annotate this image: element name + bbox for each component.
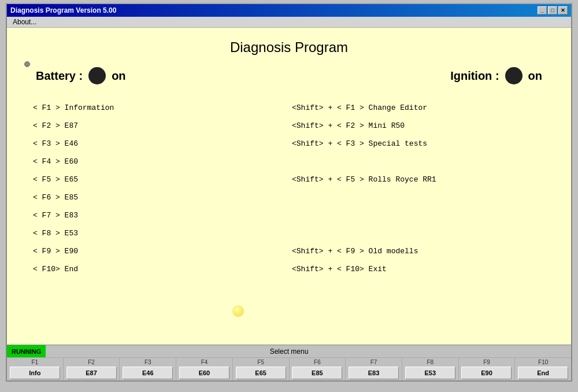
menu-key-f3: < F3 > E46 — [33, 139, 78, 148]
fkey-group-f1: F1 Info — [7, 358, 64, 380]
menu-key-f9: < F9 > E90 — [33, 247, 78, 256]
menu-key-shift-f3: <Shift> + < F3 > Special tests — [292, 139, 427, 148]
battery-indicator — [88, 67, 106, 84]
fkey-label-f5: F5 — [257, 358, 264, 367]
menu-item-f5[interactable]: < F5 > E65 — [30, 171, 289, 188]
radio-indicator — [24, 61, 30, 67]
fkey-label-f6: F6 — [314, 358, 321, 367]
menu-item-shift-f2[interactable]: <Shift> + < F2 > Mini R50 — [289, 117, 548, 135]
menu-right-column: <Shift> + < F1 > Change Editor <Shift> +… — [289, 99, 548, 278]
menu-item-shift-f8-empty — [289, 224, 548, 242]
fkey-group-f3: F3 E46 — [120, 358, 176, 380]
title-bar: Diagnosis Program Version 5.00 _ □ ✕ — [7, 4, 571, 17]
fkey-label-f3: F3 — [144, 358, 151, 367]
menu-key-f6: < F6 > E85 — [33, 193, 78, 202]
menu-key-f4: < F4 > E60 — [33, 157, 78, 166]
main-window: Diagnosis Program Version 5.00 _ □ ✕ Abo… — [6, 3, 572, 382]
menu-item-f8[interactable]: < F8 > E53 — [30, 224, 289, 242]
menu-key-shift-f9: <Shift> + < F9 > Old modells — [292, 247, 418, 256]
fkey-btn-f1[interactable]: Info — [10, 367, 60, 379]
ignition-status: Ignition : on — [450, 67, 542, 84]
menu-item-f9[interactable]: < F9 > E90 — [30, 242, 289, 260]
fkey-group-f7: F7 E83 — [346, 358, 402, 380]
menu-key-f5: < F5 > E65 — [33, 175, 78, 184]
main-content: Diagnosis Program Battery : on Ignition … — [7, 28, 571, 345]
fkey-group-f9: F9 E90 — [459, 358, 516, 380]
menu-key-f8: < F8 > E53 — [33, 229, 78, 238]
fkey-label-f7: F7 — [370, 358, 377, 367]
fkey-btn-f6[interactable]: E85 — [292, 367, 342, 379]
running-badge: RUNNING — [7, 345, 46, 357]
ignition-value: on — [528, 69, 542, 83]
menu-item-shift-f10[interactable]: <Shift> + < F10> Exit — [289, 260, 548, 278]
menu-key-shift-f2: <Shift> + < F2 > Mini R50 — [292, 121, 405, 130]
menu-item-shift-f7-empty — [289, 206, 548, 224]
fkey-label-f10: F10 — [538, 358, 548, 367]
menu-key-f10: < F10> End — [33, 265, 78, 273]
menu-item-f4[interactable]: < F4 > E60 — [30, 153, 289, 171]
menu-item-f7[interactable]: < F7 > E83 — [30, 206, 289, 224]
fkey-btn-f8[interactable]: E53 — [405, 367, 455, 379]
menu-item-shift-f5[interactable]: <Shift> + < F5 > Rolls Royce RR1 — [289, 171, 548, 188]
fkey-label-f2: F2 — [88, 358, 95, 367]
menu-key-f7: < F7 > E83 — [33, 211, 78, 220]
battery-label: Battery : — [36, 69, 83, 83]
fkey-group-f5: F5 E65 — [233, 358, 290, 380]
fkey-btn-f3[interactable]: E46 — [123, 367, 173, 379]
menu-left-column: < F1 > Information < F2 > E87 < F3 > E46… — [30, 99, 289, 278]
window-title: Diagnosis Program Version 5.00 — [10, 6, 116, 14]
menu-key-f1: < F1 > Information — [33, 103, 114, 112]
fkey-group-f4: F4 E60 — [176, 358, 233, 380]
menu-item-f2[interactable]: < F2 > E87 — [30, 117, 289, 135]
about-menu[interactable]: About... — [9, 17, 40, 27]
fkey-group-f8: F8 E53 — [402, 358, 459, 380]
fkey-btn-f2[interactable]: E87 — [66, 367, 117, 379]
minimize-button[interactable]: _ — [538, 6, 547, 14]
fkey-group-f2: F2 E87 — [64, 358, 120, 380]
menu-item-f3[interactable]: < F3 > E46 — [30, 135, 289, 153]
menu-key-shift-f10: <Shift> + < F10> Exit — [292, 265, 387, 273]
ignition-label: Ignition : — [450, 69, 499, 83]
fkey-label-f8: F8 — [427, 358, 433, 367]
fkey-btn-f10[interactable]: End — [518, 367, 568, 379]
fkey-group-f10: F10 End — [515, 358, 571, 380]
fkey-label-f4: F4 — [201, 358, 208, 367]
select-menu-label: Select menu — [270, 347, 309, 356]
fkey-btn-f4[interactable]: E60 — [179, 367, 229, 379]
menu-item-f6[interactable]: < F6 > E85 — [30, 188, 289, 206]
status-bar: RUNNING Select menu — [7, 345, 571, 357]
fkey-label-f9: F9 — [483, 358, 490, 367]
fkey-group-f6: F6 E85 — [290, 358, 346, 380]
status-row: Battery : on Ignition : on — [24, 67, 554, 84]
menu-key-shift-f1: <Shift> + < F1 > Change Editor — [292, 103, 427, 112]
menu-key-f2: < F2 > E87 — [33, 121, 78, 130]
menu-item-shift-f4-empty — [289, 153, 548, 171]
fkey-btn-f5[interactable]: E65 — [236, 367, 286, 379]
menu-item-f1[interactable]: < F1 > Information — [30, 99, 289, 117]
fkey-label-f1: F1 — [32, 358, 39, 367]
menu-key-shift-f5: <Shift> + < F5 > Rolls Royce RR1 — [292, 175, 436, 184]
fkey-btn-f7[interactable]: E83 — [349, 367, 399, 379]
battery-status: Battery : on — [36, 67, 126, 84]
menu-item-shift-f6-empty — [289, 188, 548, 206]
fkey-btn-f9[interactable]: E90 — [461, 367, 512, 379]
menu-item-shift-f1[interactable]: <Shift> + < F1 > Change Editor — [289, 99, 548, 117]
restore-button[interactable]: □ — [548, 6, 557, 14]
close-button[interactable]: ✕ — [558, 6, 568, 14]
page-title: Diagnosis Program — [24, 34, 554, 56]
menu-item-shift-f9[interactable]: <Shift> + < F9 > Old modells — [289, 242, 548, 260]
ignition-indicator — [505, 67, 523, 84]
battery-value: on — [112, 69, 125, 83]
menu-grid: < F1 > Information < F2 > E87 < F3 > E46… — [24, 99, 554, 278]
menu-item-shift-f3[interactable]: <Shift> + < F3 > Special tests — [289, 135, 548, 153]
menu-item-f10[interactable]: < F10> End — [30, 260, 289, 278]
title-bar-buttons: _ □ ✕ — [538, 6, 568, 14]
cursor-indicator — [232, 305, 244, 317]
fkey-bar: F1 Info F2 E87 F3 E46 F4 E60 F5 E65 F6 E… — [7, 357, 571, 380]
menu-bar: About... — [7, 17, 571, 28]
